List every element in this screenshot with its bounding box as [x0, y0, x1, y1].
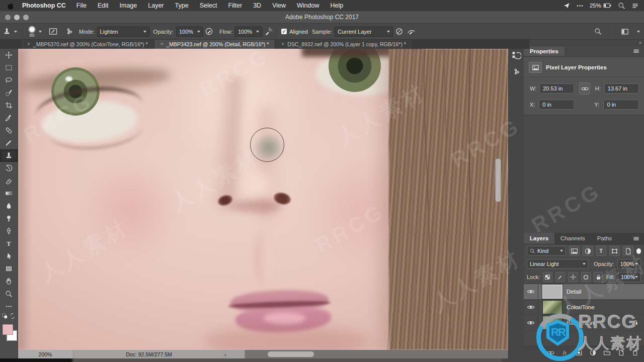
sample-select[interactable]: Current Layer [335, 27, 393, 37]
filter-type-layers-icon[interactable]: T [596, 246, 607, 256]
menu-item-view[interactable]: View [267, 2, 291, 9]
close-tab-icon[interactable]: × [281, 41, 284, 47]
pressure-opacity-icon[interactable] [203, 26, 215, 37]
tool-marquee[interactable] [0, 61, 18, 74]
tool-zoom[interactable] [0, 288, 18, 300]
tool-rectangle[interactable] [0, 262, 18, 275]
swap-colors-icon[interactable] [9, 313, 16, 319]
menu-item-window[interactable]: Window [291, 2, 325, 9]
tool-dodge[interactable] [0, 212, 18, 225]
layers-panel-menu-icon[interactable] [632, 233, 640, 244]
control-list-icon[interactable] [631, 2, 639, 10]
aligned-checkbox[interactable]: ✓ Aligned [281, 29, 308, 35]
tool-move[interactable] [0, 49, 18, 61]
tool-healing-brush[interactable] [0, 124, 18, 137]
x-field[interactable]: 0 in [539, 100, 575, 110]
layer-opacity-select[interactable]: 100% [617, 259, 641, 269]
ignore-adjustment-layers-icon[interactable] [393, 26, 405, 37]
document-canvas[interactable] [18, 49, 508, 350]
spotlight-icon[interactable] [618, 2, 625, 10]
pressure-size-icon[interactable] [405, 26, 417, 37]
menu-item-help[interactable]: Help [325, 2, 349, 9]
tool-hand[interactable] [0, 275, 18, 288]
layer-row-detail[interactable]: Detail [524, 284, 644, 300]
fill-select[interactable]: 100% [618, 272, 641, 282]
document-tab-0[interactable]: ×_MBP6370.nef @ 200% (Color/Tone, RGB/16… [21, 39, 154, 49]
filter-kind-select[interactable]: Kind [527, 246, 566, 256]
brush-preset-picker[interactable]: 80 [28, 26, 36, 38]
tab-paths[interactable]: Paths [591, 233, 618, 244]
tool-lasso[interactable] [0, 74, 18, 86]
horizontal-scrollbar-track[interactable] [245, 350, 508, 358]
lock-all-icon[interactable] [594, 272, 603, 282]
mode-select[interactable]: Lighten [97, 27, 149, 37]
lock-artboard-icon[interactable] [581, 272, 591, 282]
blend-mode-select[interactable]: Linear Light [527, 259, 589, 269]
opacity-select[interactable]: 100% [176, 27, 203, 37]
apple-menu-icon[interactable] [4, 2, 17, 10]
menu-item-type[interactable]: Type [170, 2, 194, 9]
menu-item-layer[interactable]: Layer [142, 2, 169, 9]
filter-pixel-layers-icon[interactable] [569, 246, 580, 256]
location-icon[interactable] [563, 2, 570, 9]
default-colors-icon[interactable] [2, 313, 8, 319]
height-field[interactable]: 13.67 in [604, 83, 639, 94]
tool-path-select[interactable] [0, 250, 18, 262]
clone-source-panel-icon[interactable] [512, 67, 521, 76]
tool-gradient[interactable] [0, 187, 18, 200]
foreground-color-swatch[interactable] [3, 324, 13, 335]
toggle-clone-source-panel-button[interactable] [63, 26, 75, 37]
tab-layers[interactable]: Layers [524, 233, 554, 244]
link-dimensions-button[interactable] [579, 82, 590, 95]
filter-toggle-switch[interactable] [636, 248, 641, 254]
menu-item-filter[interactable]: Filter [222, 2, 248, 9]
history-panel-icon[interactable] [512, 51, 521, 60]
tool-eyedropper[interactable] [0, 112, 18, 124]
filter-adjustment-layers-icon[interactable] [583, 246, 593, 256]
tool-eraser[interactable] [0, 174, 18, 187]
chevron-down-icon[interactable] [39, 31, 42, 33]
close-tab-icon[interactable]: × [27, 41, 30, 47]
horizontal-scrollbar-thumb[interactable] [268, 351, 314, 357]
tool-brush[interactable] [0, 137, 18, 149]
vertical-scrollbar-thumb[interactable] [495, 158, 501, 202]
lock-image-pixels-icon[interactable] [555, 272, 565, 282]
layer-visibility-eye-icon[interactable] [524, 284, 538, 299]
filter-shape-layers-icon[interactable] [609, 246, 620, 256]
toggle-brush-panel-button[interactable] [47, 26, 59, 37]
tool-type[interactable]: T [0, 237, 18, 250]
status-expand-chevron[interactable]: › [224, 351, 245, 357]
panel-menu-icon[interactable] [632, 47, 640, 55]
workspace-switcher[interactable] [619, 26, 631, 37]
close-tab-icon[interactable]: × [160, 41, 164, 47]
airbrush-icon[interactable] [262, 26, 274, 37]
tool-pen[interactable] [0, 225, 18, 237]
menu-item-edit[interactable]: Edit [92, 2, 114, 9]
app-menu[interactable]: Photoshop CC [22, 2, 66, 9]
flow-select[interactable]: 100% [235, 27, 262, 37]
lock-transparent-pixels-icon[interactable] [543, 272, 552, 282]
tool-blur[interactable] [0, 200, 18, 212]
lock-position-icon[interactable] [568, 272, 578, 282]
width-field[interactable]: 20.53 in [539, 83, 574, 94]
y-field[interactable]: 0 in [603, 100, 639, 110]
tab-channels[interactable]: Channels [554, 233, 591, 244]
menu-item-file[interactable]: File [71, 2, 92, 9]
collapse-panels-right-icon[interactable]: » [639, 40, 641, 45]
document-tab-2[interactable]: ×DSC_8932.nef @ 200% (Layer 1 copy, RGB/… [275, 39, 413, 49]
tool-crop[interactable] [0, 99, 18, 112]
tool-clone-stamp[interactable] [0, 149, 18, 162]
tool-ellipsis[interactable] [0, 300, 18, 313]
layer-thumbnail[interactable] [542, 285, 562, 299]
filter-smart-objects-icon[interactable] [623, 246, 633, 256]
active-tool-badge[interactable] [0, 28, 20, 35]
menu-item-select[interactable]: Select [194, 2, 223, 9]
more-menu-icon[interactable] [576, 2, 584, 10]
tab-properties[interactable]: Properties [524, 47, 565, 56]
menu-item-3d[interactable]: 3D [248, 2, 267, 9]
document-tab-1[interactable]: ×_MBP3423.nef @ 200% (Detail, RGB/16*) * [154, 39, 276, 49]
search-icon[interactable] [592, 26, 604, 37]
menu-item-image[interactable]: Image [114, 2, 143, 9]
tool-history-brush[interactable] [0, 162, 18, 174]
tool-quick-select[interactable] [0, 86, 18, 99]
